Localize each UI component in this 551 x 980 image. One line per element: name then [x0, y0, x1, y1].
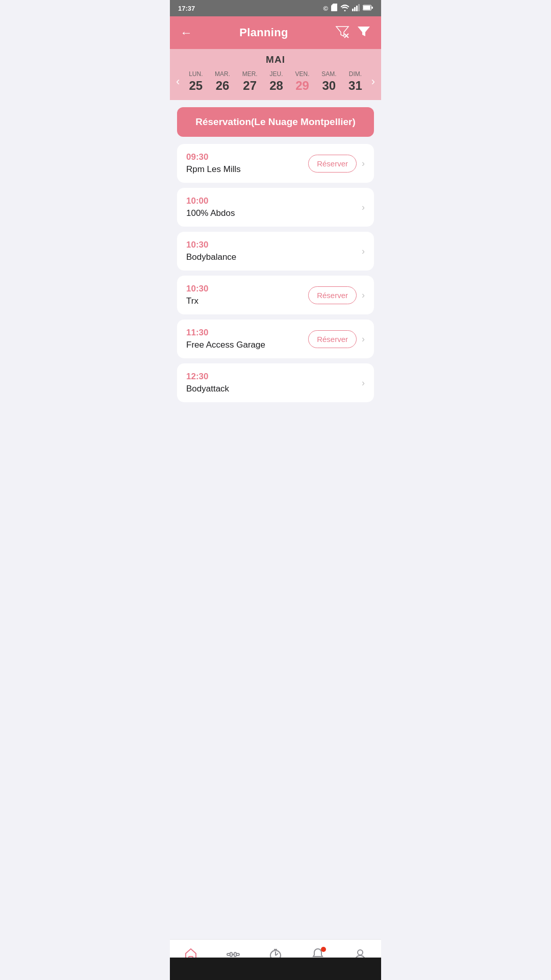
- svg-rect-7: [363, 6, 370, 10]
- page-title: Planning: [239, 26, 288, 39]
- cal-day-name: MER.: [242, 70, 258, 78]
- class-info: 09:30 Rpm Les Mills: [186, 152, 308, 175]
- svg-rect-0: [331, 6, 337, 11]
- class-info: 12:30 Bodyattack: [186, 372, 362, 394]
- cal-day-name: SAM.: [321, 70, 336, 78]
- calendar-day-28[interactable]: JEU. 28: [269, 70, 283, 93]
- chevron-right-icon: ›: [362, 378, 365, 388]
- class-time: 11:30: [186, 328, 308, 338]
- status-bar: 17:37 ©: [170, 0, 381, 16]
- battery-icon: [363, 5, 373, 12]
- cal-day-name: LUN.: [189, 70, 203, 78]
- calendar: MAI ‹ LUN. 25 MAR. 26 MER. 27 JEU. 28 VE…: [170, 49, 381, 100]
- calendar-day-27[interactable]: MER. 27: [242, 70, 258, 93]
- chevron-right-icon: ›: [362, 334, 365, 345]
- calendar-next[interactable]: ›: [368, 73, 378, 90]
- class-name: Free Access Garage: [186, 340, 308, 350]
- back-button[interactable]: ←: [180, 26, 192, 40]
- class-actions: ›: [362, 246, 365, 257]
- class-info: 10:30 Bodybalance: [186, 240, 362, 262]
- cal-day-name: JEU.: [270, 70, 283, 78]
- class-actions: Réserver›: [308, 286, 365, 304]
- calendar-day-29[interactable]: VEN. 29: [295, 70, 310, 93]
- header: ← Planning: [170, 16, 381, 49]
- chevron-right-icon: ›: [362, 290, 365, 301]
- main-content: Réservation(Le Nuage Montpellier) 09:30 …: [170, 100, 381, 458]
- status-icons: ©: [323, 4, 373, 13]
- class-name: 100% Abdos: [186, 208, 362, 218]
- reserve-button-4[interactable]: Réserver: [308, 330, 357, 348]
- class-card-1[interactable]: 10:00 100% Abdos ›: [177, 188, 374, 227]
- cal-day-num: 25: [189, 79, 203, 93]
- cal-day-num: 30: [322, 79, 336, 93]
- class-time: 09:30: [186, 152, 308, 162]
- class-name: Rpm Les Mills: [186, 164, 308, 175]
- time: 17:37: [178, 5, 195, 12]
- class-name: Bodyattack: [186, 384, 362, 394]
- class-card-3[interactable]: 10:30 Trx Réserver›: [177, 276, 374, 314]
- calendar-row: ‹ LUN. 25 MAR. 26 MER. 27 JEU. 28 VEN. 2…: [170, 70, 381, 93]
- class-actions: Réserver›: [308, 330, 365, 348]
- chevron-right-icon: ›: [362, 202, 365, 213]
- wifi-icon: [340, 4, 349, 13]
- class-name: Bodybalance: [186, 252, 362, 262]
- cal-day-name: VEN.: [295, 70, 310, 78]
- svg-rect-3: [354, 7, 356, 11]
- calendar-day-26[interactable]: MAR. 26: [215, 70, 230, 93]
- class-actions: ›: [362, 202, 365, 213]
- calendar-day-25[interactable]: LUN. 25: [189, 70, 203, 93]
- classes-list: 09:30 Rpm Les Mills Réserver› 10:00 100%…: [177, 144, 374, 402]
- class-info: 10:30 Trx: [186, 284, 308, 306]
- class-time: 10:30: [186, 240, 362, 250]
- reserve-button-3[interactable]: Réserver: [308, 286, 357, 304]
- reservation-banner-text: Réservation(Le Nuage Montpellier): [195, 116, 356, 127]
- reservation-banner[interactable]: Réservation(Le Nuage Montpellier): [177, 107, 374, 137]
- class-time: 10:00: [186, 196, 362, 206]
- class-actions: Réserver›: [308, 155, 365, 173]
- class-name: Trx: [186, 296, 308, 306]
- calendar-day-30[interactable]: SAM. 30: [321, 70, 336, 93]
- cal-day-num: 29: [295, 79, 309, 93]
- class-card-4[interactable]: 11:30 Free Access Garage Réserver›: [177, 320, 374, 358]
- filter-clear-icon[interactable]: [335, 24, 349, 41]
- signal-icon: [352, 4, 360, 13]
- class-info: 10:00 100% Abdos: [186, 196, 362, 218]
- class-card-5[interactable]: 12:30 Bodyattack ›: [177, 363, 374, 402]
- class-time: 10:30: [186, 284, 308, 294]
- cal-day-name: DIM.: [349, 70, 362, 78]
- svg-rect-4: [356, 6, 358, 11]
- class-card-0[interactable]: 09:30 Rpm Les Mills Réserver›: [177, 144, 374, 183]
- cal-day-num: 28: [269, 79, 283, 93]
- svg-rect-5: [358, 4, 360, 11]
- svg-rect-8: [371, 7, 373, 9]
- chevron-right-icon: ›: [362, 158, 365, 169]
- calendar-month: MAI: [170, 54, 381, 65]
- cal-day-num: 26: [216, 79, 230, 93]
- calendar-prev[interactable]: ‹: [173, 73, 183, 90]
- calendar-days: LUN. 25 MAR. 26 MER. 27 JEU. 28 VEN. 29 …: [183, 70, 368, 93]
- calendar-day-31[interactable]: DIM. 31: [348, 70, 362, 93]
- class-info: 11:30 Free Access Garage: [186, 328, 308, 350]
- cal-day-num: 31: [348, 79, 362, 93]
- sd-icon: [331, 4, 338, 13]
- svg-rect-2: [352, 9, 354, 11]
- reserve-button-0[interactable]: Réserver: [308, 155, 357, 173]
- cal-day-num: 27: [243, 79, 257, 93]
- filter-icon[interactable]: [357, 24, 371, 41]
- svg-marker-1: [331, 4, 337, 6]
- class-time: 12:30: [186, 372, 362, 382]
- class-actions: ›: [362, 378, 365, 388]
- header-actions: [335, 24, 371, 41]
- copyright-icon: ©: [323, 5, 328, 12]
- cal-day-name: MAR.: [215, 70, 230, 78]
- class-card-2[interactable]: 10:30 Bodybalance ›: [177, 232, 374, 271]
- chevron-right-icon: ›: [362, 246, 365, 257]
